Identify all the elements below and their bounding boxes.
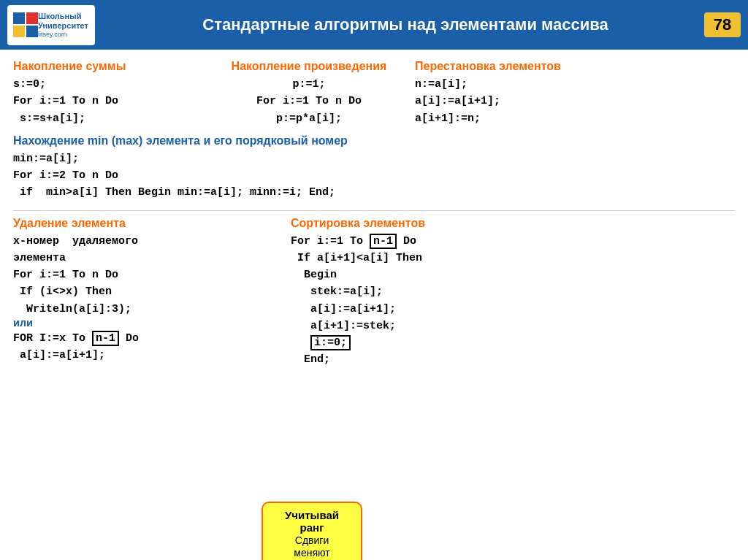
svg-rect-2 [13, 26, 25, 37]
product-code: p:=1; For i:=1 To n Do p:=p*a[i]; [203, 76, 415, 127]
sort-line7: i:=0; [291, 334, 735, 351]
svg-rect-3 [26, 26, 38, 37]
min-section: Нахождение min (max) элемента и его поря… [13, 134, 735, 202]
box-n1: n-1 [92, 331, 119, 346]
product-code-line3: p:=p*a[i]; [203, 110, 415, 127]
ili-label: или [13, 318, 291, 330]
logo-text-line1: Школьный [38, 12, 88, 21]
header: Школьный Университет litsey.com Стандарт… [0, 0, 748, 50]
sum-code-line2: For i:=1 To n Do [13, 93, 203, 110]
sum-section: Накопление суммы s:=0; For i:=1 To n Do … [13, 60, 203, 127]
delete-title: Удаление элемента [13, 217, 291, 230]
balloon-left-line3: Сдвиги [295, 534, 329, 546]
min-code: min:=a[i]; For i:=2 To n Do if min>a[i] … [13, 150, 735, 202]
logo: Школьный Университет litsey.com [7, 5, 95, 45]
product-title: Накопление произведения [203, 60, 415, 73]
sort-line8: End; [291, 351, 735, 368]
sum-code-line3: s:=s+a[i]; [13, 110, 203, 127]
logo-url: litsey.com [38, 31, 88, 38]
swap-code-line2: a[i]:=a[i+1]; [415, 93, 735, 110]
sum-code: s:=0; For i:=1 To n Do s:=s+a[i]; [13, 76, 203, 127]
balloon-left-line2: ранг [300, 521, 324, 534]
delete-line3: For i:=1 To n Do [13, 266, 291, 283]
min-code-line2: For i:=2 To n Do [13, 167, 735, 184]
sort-line2: If a[i+1]<a[i] Then [291, 250, 735, 266]
delete-line4: If (i<>x) Then [13, 283, 291, 300]
page-number: 78 [704, 12, 741, 37]
min-title: Нахождение min (max) элемента и его поря… [13, 134, 735, 147]
sort-line3: Begin [291, 266, 735, 283]
min-code-line1: min:=a[i]; [13, 150, 735, 167]
delete-line2: элемента [13, 250, 291, 266]
delete2-line2: a[i]:=a[i+1]; [13, 347, 291, 364]
box-i0: i:=0; [310, 335, 351, 350]
sort-section: Сортировка элементов For i:=1 To n-1 Do … [291, 217, 735, 369]
sum-code-line1: s:=0; [13, 76, 203, 93]
sort-line5: a[i]:=a[i+1]; [291, 301, 735, 318]
sort-line6: a[i+1]:=stek; [291, 318, 735, 334]
balloon-left-line4: меняют [294, 547, 329, 559]
main-content: Накопление суммы s:=0; For i:=1 To n Do … [0, 50, 748, 376]
box-n2: n-1 [370, 234, 397, 249]
product-code-line2: For i:=1 To n Do [203, 93, 415, 110]
swap-code-line3: a[i+1]:=n; [415, 110, 735, 127]
delete-line5: Writeln(a[i]:3); [13, 301, 291, 318]
sort-line4: stek:=a[i]; [291, 283, 735, 300]
sort-code: For i:=1 To n-1 Do If a[i+1]<a[i] Then B… [291, 233, 735, 369]
balloon-left-line1: Учитывай [285, 509, 339, 521]
delete-section: Удаление элемента x-номер удаляемого эле… [13, 217, 291, 364]
swap-code-line1: n:=a[i]; [415, 76, 735, 93]
product-code-line1: p:=1; [203, 76, 415, 93]
delete-code: x-номер удаляемого элемента For i:=1 To … [13, 233, 291, 318]
sum-title: Накопление суммы [13, 60, 203, 73]
swap-title: Перестановка элементов [415, 60, 735, 73]
swap-section: Перестановка элементов n:=a[i]; a[i]:=a[… [415, 60, 735, 127]
balloon-left: Учитывай ранг Сдвиги меняют ранг. [262, 502, 362, 561]
swap-code: n:=a[i]; a[i]:=a[i+1]; a[i+1]:=n; [415, 76, 735, 127]
bottom-section: Удаление элемента x-номер удаляемого эле… [13, 217, 735, 369]
product-section: Накопление произведения p:=1; For i:=1 T… [203, 60, 415, 127]
min-code-line3: if min>a[i] Then Begin min:=a[i]; minn:=… [13, 184, 735, 201]
logo-icon [13, 12, 38, 37]
logo-text-line2: Университет [38, 21, 88, 31]
divider [13, 210, 735, 211]
svg-rect-1 [26, 12, 38, 24]
page-title: Стандартные алгоритмы над элементами мас… [107, 15, 704, 34]
delete-line1: x-номер удаляемого [13, 233, 291, 250]
sort-line1: For i:=1 To n-1 Do [291, 233, 735, 250]
sort-title: Сортировка элементов [291, 217, 735, 230]
delete-code2: FOR I:=x To n-1 Do a[i]:=a[i+1]; [13, 330, 291, 364]
svg-rect-0 [13, 12, 25, 24]
top-section: Накопление суммы s:=0; For i:=1 To n Do … [13, 60, 735, 127]
delete2-line1: FOR I:=x To n-1 Do [13, 330, 291, 347]
